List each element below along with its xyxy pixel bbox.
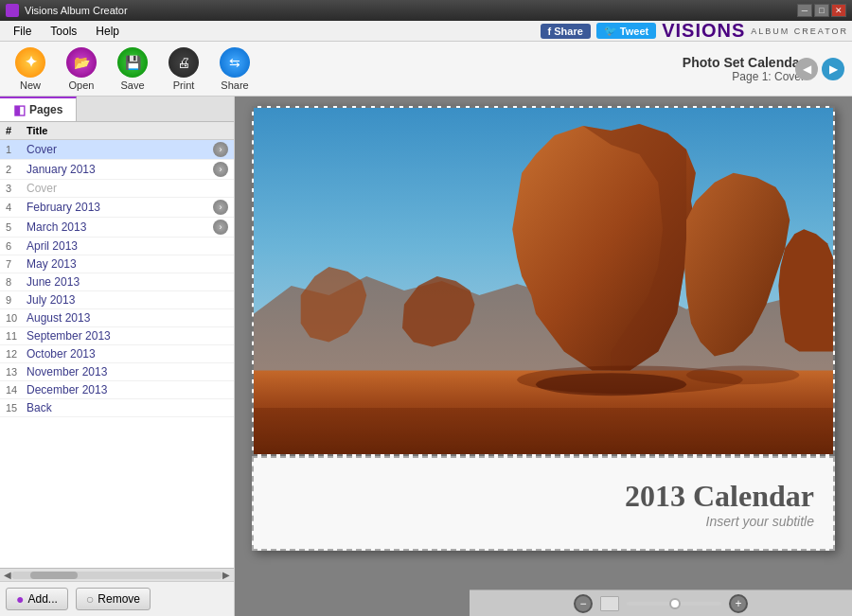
scroll-right-arrow[interactable]: ▶ [222,570,230,580]
open-button[interactable]: 📂 Open [61,44,102,95]
list-item[interactable]: 6April 2013 [0,238,234,255]
print-label: Print [173,79,195,91]
list-item[interactable]: 3Cover [0,180,234,198]
tweet-label: Tweet [620,26,648,37]
save-icon: 💾 [117,47,148,78]
list-item[interactable]: 8June 2013 [0,273,234,291]
maximize-button[interactable]: □ [814,4,829,17]
tab-pages[interactable]: ◧ Pages [0,97,77,121]
add-label: Add... [27,592,57,606]
page-title: November 2013 [27,365,228,378]
window-title: Visions Album Creator [25,5,797,16]
menu-tools[interactable]: Tools [41,23,86,40]
page-title: June 2013 [27,275,228,289]
list-item[interactable]: 11September 2013 [0,327,234,345]
save-button[interactable]: 💾 Save [112,44,153,95]
svg-point-12 [536,373,686,396]
list-item[interactable]: 4February 2013› [0,198,234,218]
zoom-thumb[interactable] [669,598,681,609]
page-nav-arrow[interactable]: › [213,220,228,235]
add-icon: ● [16,591,24,607]
open-icon: 📂 [66,47,97,78]
facebook-icon: f [548,26,552,37]
list-item[interactable]: 14December 2013 [0,381,234,399]
page-number: 5 [6,221,27,233]
scroll-left-arrow[interactable]: ◀ [4,570,11,580]
close-button[interactable]: ✕ [831,4,846,17]
page-number: 15 [6,402,27,414]
page-title: August 2013 [27,311,228,325]
page-number: 3 [6,183,27,194]
list-item[interactable]: 1Cover› [0,140,234,160]
svg-marker-11 [254,408,833,454]
list-item[interactable]: 2January 2013› [0,160,234,180]
new-button[interactable]: ✦ New [9,44,51,95]
share-label: Share [221,79,248,91]
twitter-icon: 🐦 [604,25,617,37]
list-item[interactable]: 10August 2013 [0,309,234,327]
menu-file[interactable]: File [4,23,41,40]
remove-button[interactable]: ○ Remove [76,588,151,610]
tab-pages-label: Pages [29,103,62,116]
bottom-bar: − + [470,590,852,616]
page-title: March 2013 [27,220,213,234]
main-area: ◧ Pages # Title 1Cover›2January 2013›3Co… [0,97,852,616]
share-icon: ⇆ [220,47,250,78]
facebook-share-button[interactable]: f Share [541,24,591,39]
list-item[interactable]: 9July 2013 [0,291,234,309]
zoom-out-icon[interactable]: − [574,594,593,613]
svg-point-10 [686,365,799,384]
remove-label: Remove [98,592,140,606]
list-item[interactable]: 7May 2013 [0,255,234,273]
svg-marker-6 [778,229,833,351]
canvas: 2013 Calendar Insert your subtitle [252,106,835,551]
page-nav-arrow[interactable]: › [213,142,228,157]
photo-area[interactable] [252,106,835,456]
share-button[interactable]: ⇆ Share [214,44,256,95]
sidebar-footer: ● Add... ○ Remove [0,581,234,616]
menu-help[interactable]: Help [86,23,129,40]
brand-sub: ALBUM CREATOR [751,26,848,36]
share-label: Share [554,26,583,37]
zoom-out-symbol: − [579,597,586,610]
toolbar: ✦ New 📂 Open 💾 Save 🖨 Print ⇆ Share Phot… [0,42,852,97]
zoom-in-symbol: + [735,597,741,610]
page-title: October 2013 [27,347,228,361]
calendar-subtitle: Insert your subtitle [706,514,814,529]
twitter-tweet-button[interactable]: 🐦 Tweet [596,23,656,39]
zoom-in-icon[interactable]: + [729,594,748,613]
zoom-slider[interactable] [627,602,721,606]
page-nav-arrow[interactable]: › [213,200,228,215]
list-header: # Title [0,122,234,140]
tab-bar: ◧ Pages [0,97,234,122]
scrollbar-track[interactable] [11,572,222,579]
page-number: 9 [6,294,27,306]
remove-icon: ○ [86,591,94,607]
scrollbar-thumb[interactable] [30,572,78,579]
list-item[interactable]: 15Back [0,399,234,417]
page-title: February 2013 [27,201,213,214]
page-number: 6 [6,240,27,252]
page-nav-arrow[interactable]: › [213,162,228,177]
print-button[interactable]: 🖨 Print [163,44,204,95]
prev-page-button[interactable]: ◀ [795,58,818,80]
page-title: December 2013 [27,383,228,396]
window-controls: ─ □ ✕ [797,4,846,17]
caption-area[interactable]: 2013 Calendar Insert your subtitle [252,456,835,551]
list-item[interactable]: 12October 2013 [0,345,234,363]
page-title: Back [27,401,228,414]
page-thumbnail [600,596,619,611]
page-title: July 2013 [27,293,228,307]
page-number: 8 [6,276,27,288]
sidebar-scrollbar[interactable]: ◀ ▶ [0,568,234,581]
add-button[interactable]: ● Add... [6,588,68,610]
minimize-button[interactable]: ─ [797,4,812,17]
page-title: Cover [27,182,228,195]
save-label: Save [120,79,144,91]
list-item[interactable]: 13November 2013 [0,363,234,381]
next-page-button[interactable]: ▶ [822,58,844,80]
page-title: April 2013 [27,239,228,253]
list-item[interactable]: 5March 2013› [0,218,234,238]
pages-list[interactable]: 1Cover›2January 2013›3Cover4February 201… [0,140,234,568]
page-number: 11 [6,330,27,342]
